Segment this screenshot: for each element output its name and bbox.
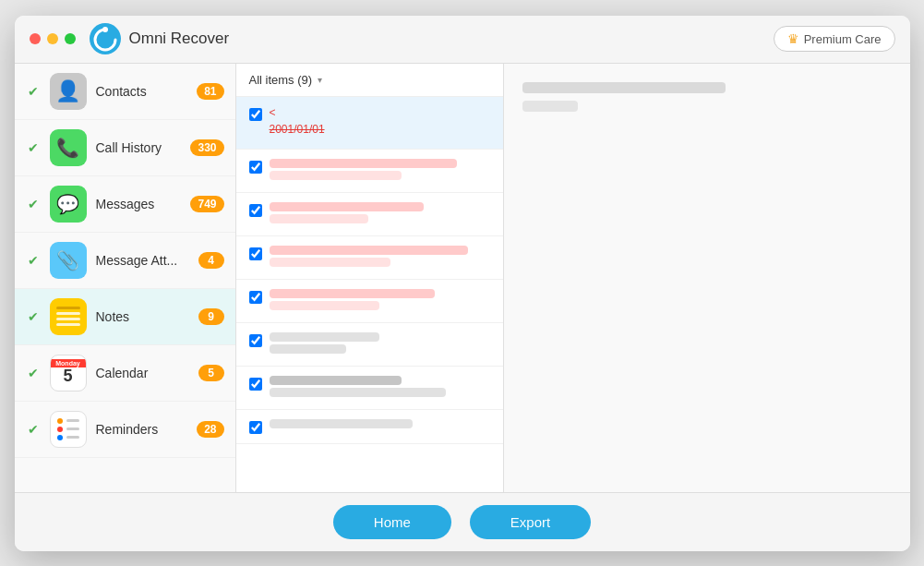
list-item-content <box>270 202 490 226</box>
list-item[interactable]: < 2001/01/01 <box>236 97 503 150</box>
dropdown-arrow-icon[interactable]: ▾ <box>318 75 322 85</box>
notes-badge: 9 <box>198 308 224 325</box>
detail-bar <box>522 101 578 112</box>
messages-icon: 💬 <box>50 186 87 223</box>
crown-icon: ♛ <box>787 31 799 46</box>
checkbox-call-history[interactable]: ✔ <box>26 140 41 155</box>
list-item[interactable] <box>236 280 503 323</box>
list-item-checkbox[interactable] <box>249 204 262 217</box>
call-history-badge: 330 <box>190 139 223 156</box>
list-item-content <box>270 246 490 270</box>
reminders-icon <box>50 411 87 448</box>
calendar-label: Calendar <box>96 366 189 380</box>
sidebar-item-call-history[interactable]: ✔ 📞 Call History 330 <box>15 120 235 176</box>
list-item[interactable] <box>236 323 503 367</box>
list-item-content <box>270 332 490 356</box>
checkbox-notes[interactable]: ✔ <box>26 309 41 324</box>
right-panel <box>504 64 910 492</box>
reminders-badge: 28 <box>197 421 223 438</box>
contacts-badge: 81 <box>197 83 223 100</box>
premium-care-button[interactable]: ♛ Premium Care <box>774 26 895 52</box>
list-item[interactable] <box>236 236 503 280</box>
svg-point-1 <box>102 27 108 32</box>
message-att-badge: 4 <box>198 252 224 269</box>
reminders-label: Reminders <box>96 422 188 437</box>
notes-icon <box>50 298 87 335</box>
checkbox-message-att[interactable]: ✔ <box>26 253 41 268</box>
sidebar-item-reminders[interactable]: ✔ Reminders 2 <box>15 402 235 458</box>
calendar-icon: Monday 5 <box>50 355 87 391</box>
bottom-bar: Home Export <box>15 492 910 551</box>
middle-panel: All items (9) ▾ < 2001/01/01 <box>236 64 504 492</box>
home-button[interactable]: Home <box>333 505 451 539</box>
contacts-icon: 👤 <box>50 73 87 110</box>
list-item-checkbox[interactable] <box>249 247 262 260</box>
checkbox-reminders[interactable]: ✔ <box>26 422 41 437</box>
list-item-content <box>270 419 490 431</box>
list-item-date2: 2001/01/01 <box>270 123 490 136</box>
list-item[interactable] <box>236 193 503 236</box>
checkbox-messages[interactable]: ✔ <box>26 197 41 211</box>
export-button[interactable]: Export <box>470 505 591 539</box>
checkbox-calendar[interactable]: ✔ <box>26 366 41 380</box>
list-item-checkbox[interactable] <box>249 161 262 174</box>
premium-label: Premium Care <box>804 32 882 46</box>
title-bar: Omni Recover ♛ Premium Care <box>15 16 910 64</box>
list-item-content: < 2001/01/01 <box>270 106 490 139</box>
list-item[interactable] <box>236 367 503 410</box>
sidebar-item-messages[interactable]: ✔ 💬 Messages 749 <box>15 176 235 233</box>
main-window: Omni Recover ♛ Premium Care ✔ 👤 Contacts… <box>15 16 910 551</box>
sidebar: ✔ 👤 Contacts 81 ✔ 📞 Call History 330 ✔ <box>15 64 236 492</box>
sidebar-item-notes[interactable]: ✔ Notes 9 <box>15 289 235 345</box>
app-logo <box>89 22 122 55</box>
panel-header-title: All items (9) <box>249 73 313 87</box>
main-content: ✔ 👤 Contacts 81 ✔ 📞 Call History 330 ✔ <box>15 64 910 492</box>
list-item-checkbox[interactable] <box>249 421 262 434</box>
window-controls <box>30 33 76 44</box>
maximize-button[interactable] <box>65 33 76 44</box>
notes-label: Notes <box>96 309 189 324</box>
close-button[interactable] <box>30 33 41 44</box>
list-item-checkbox[interactable] <box>249 291 262 304</box>
minimize-button[interactable] <box>47 33 58 44</box>
right-content <box>522 82 892 112</box>
list-item[interactable] <box>236 150 503 193</box>
sidebar-item-message-att[interactable]: ✔ 📎 Message Att... 4 <box>15 233 235 289</box>
list-item-content <box>270 289 490 313</box>
checkbox-contacts[interactable]: ✔ <box>26 84 41 99</box>
app-title: Omni Recover <box>129 30 774 48</box>
list-item-content <box>270 376 490 400</box>
panel-list: < 2001/01/01 <box>236 97 503 492</box>
list-item-checkbox[interactable] <box>249 378 262 391</box>
message-att-label: Message Att... <box>96 253 189 268</box>
panel-header: All items (9) ▾ <box>236 64 503 97</box>
list-item-checkbox[interactable] <box>249 108 262 121</box>
list-item[interactable] <box>236 410 503 444</box>
call-history-label: Call History <box>96 140 182 155</box>
sidebar-item-contacts[interactable]: ✔ 👤 Contacts 81 <box>15 64 235 120</box>
messages-label: Messages <box>96 197 182 211</box>
message-att-icon: 📎 <box>50 242 87 279</box>
list-item-content <box>270 159 490 183</box>
list-item-checkbox[interactable] <box>249 334 262 347</box>
messages-badge: 749 <box>190 196 223 212</box>
sidebar-item-calendar[interactable]: ✔ Monday 5 Calendar 5 <box>15 345 235 402</box>
call-history-icon: 📞 <box>50 129 87 166</box>
list-item-date: < <box>270 106 490 119</box>
detail-bar <box>522 82 726 93</box>
contacts-label: Contacts <box>96 84 188 99</box>
calendar-badge: 5 <box>198 365 224 381</box>
